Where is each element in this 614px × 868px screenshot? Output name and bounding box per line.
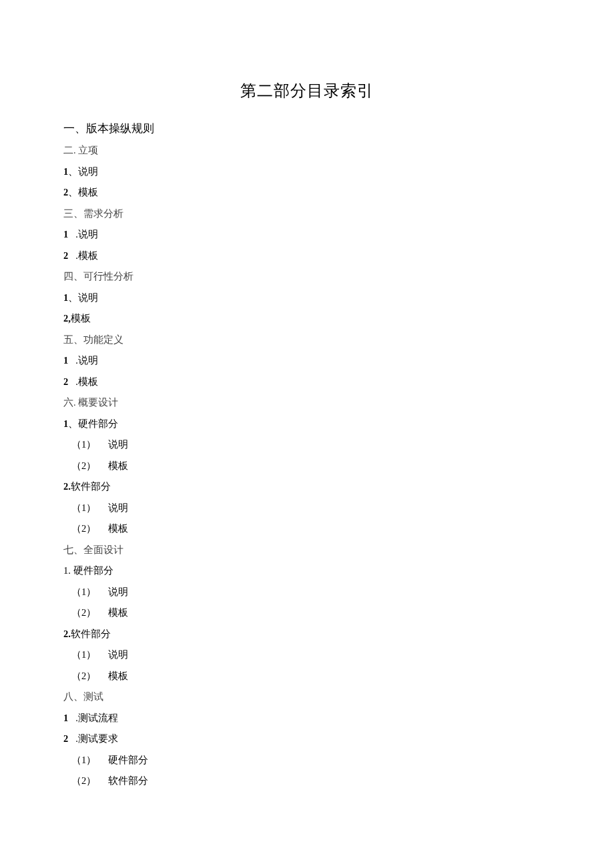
toc-entry: （1） 硬件部分 <box>71 755 551 765</box>
toc-entry: 三、需求分析 <box>63 209 551 219</box>
toc-entry: 1、说明 <box>63 293 551 303</box>
toc-entry: （1） 说明 <box>71 440 551 450</box>
toc-entry: 1、硬件部分 <box>63 419 551 429</box>
toc-entry: 1 .说明 <box>63 356 551 366</box>
toc-entry: 六. 概要设计 <box>63 398 551 408</box>
toc-entry: （2） 模板 <box>71 608 551 618</box>
toc-entry: （2） 模板 <box>71 524 551 534</box>
toc-entry: 2.软件部分 <box>63 629 551 639</box>
toc-entry: 七、全面设计 <box>63 545 551 555</box>
toc-entry: 2,模板 <box>63 314 551 324</box>
toc-entry: 2 .模板 <box>63 377 551 387</box>
toc-entry: 八、测试 <box>63 692 551 702</box>
toc-entry: （1） 说明 <box>71 503 551 513</box>
toc-entry: （2） 模板 <box>71 671 551 681</box>
toc-entry: 1 .测试流程 <box>63 713 551 723</box>
toc-entry: 2 .测试要求 <box>63 734 551 744</box>
toc-entry: 二. 立项 <box>63 145 551 155</box>
table-of-contents: 一、版本操纵规则二. 立项1、说明2、模板三、需求分析1 .说明2 .模板四、可… <box>63 123 551 786</box>
toc-entry: （1） 说明 <box>71 587 551 597</box>
toc-entry: 2.软件部分 <box>63 482 551 492</box>
document-title: 第二部分目录索引 <box>63 80 551 101</box>
toc-entry: 四、可行性分析 <box>63 272 551 282</box>
toc-entry: （2） 模板 <box>71 461 551 471</box>
toc-entry: 一、版本操纵规则 <box>63 123 551 134</box>
toc-entry: 1. 硬件部分 <box>63 566 551 576</box>
toc-entry: 2 .模板 <box>63 251 551 261</box>
toc-entry: （1） 说明 <box>71 650 551 660</box>
toc-entry: 1、说明 <box>63 167 551 177</box>
toc-entry: （2） 软件部分 <box>71 776 551 786</box>
toc-entry: 五、功能定义 <box>63 335 551 345</box>
toc-entry: 1 .说明 <box>63 230 551 240</box>
toc-entry: 2、模板 <box>63 187 551 197</box>
